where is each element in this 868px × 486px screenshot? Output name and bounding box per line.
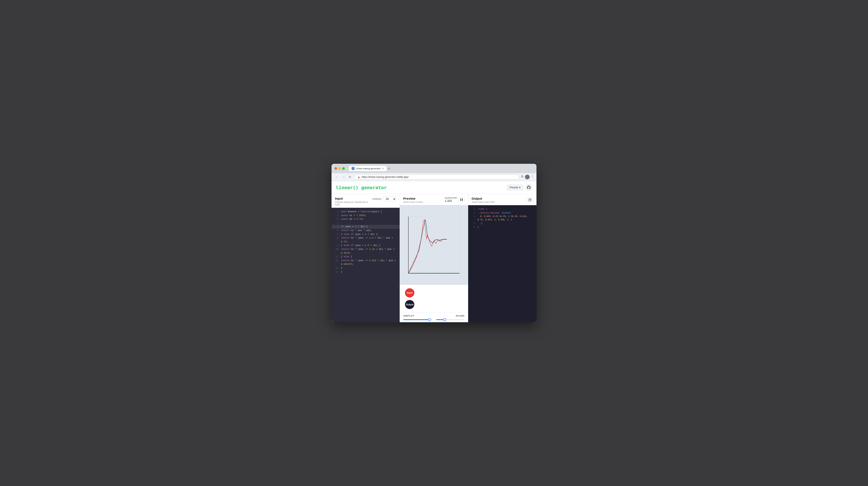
simplify-fill (403, 319, 430, 320)
simplify-row: SIMPLIFY ROUND (403, 315, 465, 317)
code-line: 5 } (468, 225, 536, 229)
github-icon (527, 186, 530, 189)
code-line: 4 ); (468, 222, 536, 225)
duration-section: DURATION 1,333 (445, 197, 465, 203)
tab-title: Linear easing generator (356, 167, 381, 170)
preview-panel-header: Preview Here's how it looks: DURATION 1,… (400, 194, 468, 205)
duration-label: DURATION (445, 197, 457, 199)
simplify-slider[interactable] (403, 319, 432, 320)
output-ball[interactable]: Output (405, 300, 414, 309)
minimize-button[interactable] (338, 167, 341, 170)
preview-panel-title: Preview (403, 197, 424, 200)
lock-icon: 🔒 (358, 176, 360, 179)
code-line: 12 return n1 * (pos -= 2.625 / d1) * pos… (332, 259, 400, 266)
input-panel-title: Input (335, 197, 372, 200)
menu-icon[interactable]: ⋮ (531, 175, 534, 179)
animation-preview: Input Output (400, 285, 468, 312)
round-slider[interactable] (436, 319, 465, 320)
code-line: 13 } (332, 266, 400, 270)
code-line: 4 (332, 221, 400, 225)
code-editor[interactable]: 1 self.bounce = function(pos) { 2 const … (332, 208, 400, 322)
format-select[interactable]: JS SVG (383, 197, 396, 201)
svg-rect-0 (461, 199, 461, 201)
play-pause-button[interactable] (459, 197, 465, 203)
browser-titlebar: Linear easing generator ✕ + (332, 164, 536, 173)
maximize-button[interactable] (342, 167, 345, 170)
output-panel-title: Output (472, 197, 495, 200)
browser-window: Linear easing generator ✕ + ← → ↻ 🔒 http… (332, 164, 536, 322)
app-header: linear() generator Presets ▾ (332, 181, 536, 194)
preview-panel: Preview Here's how it looks: DURATION 1,… (400, 194, 468, 322)
input-panel-header: Input Provide easing as JavaScript or SV… (332, 194, 400, 208)
chevron-down-icon: ▾ (519, 186, 521, 189)
code-line: 9 } else if (pos < 2.5 / d1) { (332, 244, 400, 247)
url-text: https://linear-easing-generator.netlify.… (362, 176, 409, 179)
output-editor[interactable]: 1 :root { 2 --bounce-easing: linear( 3 0… (468, 205, 536, 322)
preview-panel-subtitle: Here's how it looks: (403, 201, 424, 203)
app-content: linear() generator Presets ▾ (332, 181, 536, 322)
app-logo: linear() generator (336, 185, 386, 190)
duration-value: 1,333 (445, 199, 457, 203)
code-line: 14 } (332, 270, 400, 274)
forward-button[interactable]: → (341, 175, 346, 179)
code-line: 10 return n1 * (pos -= 2.25 / d1) * pos … (332, 247, 400, 255)
round-fill (436, 319, 445, 320)
traffic-lights (335, 167, 345, 170)
input-ball[interactable]: Input (405, 288, 414, 298)
code-line: 1 self.bounce = function(pos) { (332, 210, 400, 214)
tab-close-button[interactable]: ✕ (382, 167, 384, 170)
easing-chart (400, 205, 468, 285)
code-line: 2 const n1 = 7.5625; (332, 214, 400, 218)
refresh-button[interactable]: ↻ (348, 175, 352, 179)
output-panel-subtitle: Some shiny new CSS! (472, 201, 495, 203)
round-thumb[interactable] (443, 318, 446, 321)
code-line: 5 if (pos < 1 / d1) { (332, 225, 400, 229)
new-tab-button[interactable]: + (388, 166, 390, 171)
code-line: 6 return n1 * pos * pos; (332, 229, 400, 233)
tab-bar: Linear easing generator ✕ + (349, 166, 390, 171)
address-bar[interactable]: 🔒 https://linear-easing-generator.netlif… (354, 175, 519, 180)
simplify-thumb[interactable] (428, 318, 431, 321)
browser-toolbar: ← → ↻ 🔒 https://linear-easing-generator.… (332, 173, 536, 181)
simplify-label: SIMPLIFY (403, 315, 414, 317)
active-tab[interactable]: Linear easing generator ✕ (349, 166, 386, 171)
input-panel: Input Provide easing as JavaScript or SV… (332, 194, 400, 322)
close-button[interactable] (335, 167, 337, 170)
svg-rect-1 (462, 199, 463, 201)
round-label: ROUND (456, 315, 465, 317)
input-panel-actions: FORMAT JS SVG (372, 197, 396, 201)
tab-favicon (351, 167, 354, 170)
code-line: 2 --bounce-easing: linear( (468, 211, 536, 215)
code-line: 3 const d1 = 2.75; (332, 217, 400, 221)
presets-label: Presets (509, 186, 518, 189)
format-label: FORMAT (372, 198, 382, 200)
profile-icon[interactable] (525, 175, 530, 179)
copy-icon (528, 199, 531, 201)
panels: Input Provide easing as JavaScript or SV… (332, 194, 536, 322)
code-line: 1 :root { (468, 207, 536, 211)
svg-rect-2 (400, 205, 468, 285)
pause-icon (461, 199, 463, 201)
back-button[interactable]: ← (334, 175, 339, 179)
toolbar-actions: ⚙ ⋮ (521, 175, 534, 179)
code-line: 3 0, 0.063, 0.25 18.2%, 1 36.4%, 0.813, … (468, 215, 536, 222)
svg-rect-5 (529, 199, 530, 201)
code-line: 11 } else { (332, 255, 400, 259)
input-panel-subtitle: Provide easing as JavaScript or SVG (335, 201, 372, 206)
code-line: 8 return n1 * (pos -= 1.5 / d1) * pos + … (332, 236, 400, 244)
presets-button[interactable]: Presets ▾ (507, 185, 523, 190)
output-panel: Output Some shiny new CSS! 1 (468, 194, 536, 322)
chart-area (400, 205, 468, 285)
extensions-icon[interactable]: ⚙ (521, 175, 524, 179)
github-button[interactable] (525, 184, 532, 191)
output-panel-header: Output Some shiny new CSS! (468, 194, 536, 205)
copy-button[interactable] (527, 197, 533, 203)
slider-section: SIMPLIFY ROUND (400, 312, 468, 322)
header-right: Presets ▾ (507, 184, 532, 191)
code-line: 7 } else if (pos < 2 / d1) { (332, 233, 400, 236)
